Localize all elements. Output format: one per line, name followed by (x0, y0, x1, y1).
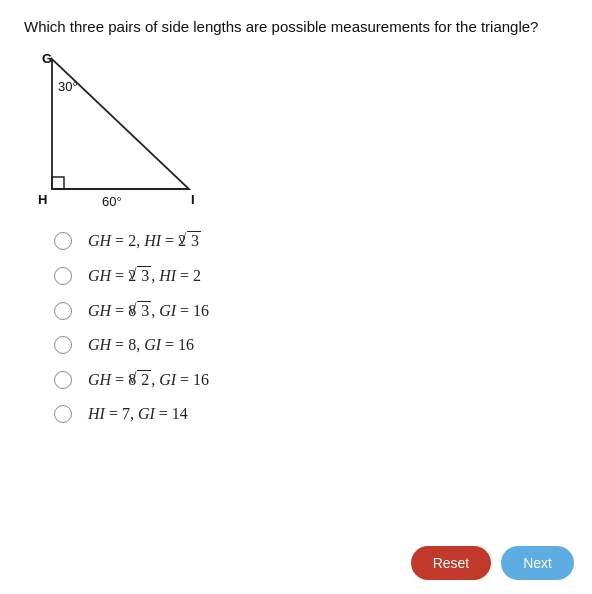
option-5-label: GH = 82√, GI = 16 (88, 370, 209, 389)
radio-2[interactable] (54, 267, 72, 285)
option-6: HI = 7, GI = 14 (54, 405, 568, 423)
radio-4[interactable] (54, 336, 72, 354)
option-5: GH = 82√, GI = 16 (54, 370, 568, 389)
svg-text:H: H (38, 192, 47, 207)
svg-text:I: I (191, 192, 195, 207)
svg-text:30°: 30° (58, 79, 78, 94)
option-1: GH = 2, HI = 23√ (54, 231, 568, 250)
svg-text:60°: 60° (102, 194, 122, 209)
radio-1[interactable] (54, 232, 72, 250)
option-6-label: HI = 7, GI = 14 (88, 405, 188, 423)
page: Which three pairs of side lengths are po… (0, 0, 592, 594)
radio-6[interactable] (54, 405, 72, 423)
option-3-label: GH = 83√, GI = 16 (88, 301, 209, 320)
options-list: GH = 2, HI = 23√ GH = 23√, HI = 2 GH = 8… (54, 231, 568, 423)
option-2-label: GH = 23√, HI = 2 (88, 266, 201, 285)
svg-rect-1 (52, 177, 64, 189)
option-4: GH = 8, GI = 16 (54, 336, 568, 354)
option-4-label: GH = 8, GI = 16 (88, 336, 194, 354)
radio-3[interactable] (54, 302, 72, 320)
option-1-label: GH = 2, HI = 23√ (88, 231, 201, 250)
buttons-row: Reset Next (411, 546, 574, 580)
svg-text:G: G (42, 51, 52, 66)
radio-5[interactable] (54, 371, 72, 389)
next-button[interactable]: Next (501, 546, 574, 580)
reset-button[interactable]: Reset (411, 546, 492, 580)
question-text: Which three pairs of side lengths are po… (24, 18, 568, 35)
option-3: GH = 83√, GI = 16 (54, 301, 568, 320)
triangle-diagram: G H I 30° 60° (34, 49, 234, 209)
option-2: GH = 23√, HI = 2 (54, 266, 568, 285)
